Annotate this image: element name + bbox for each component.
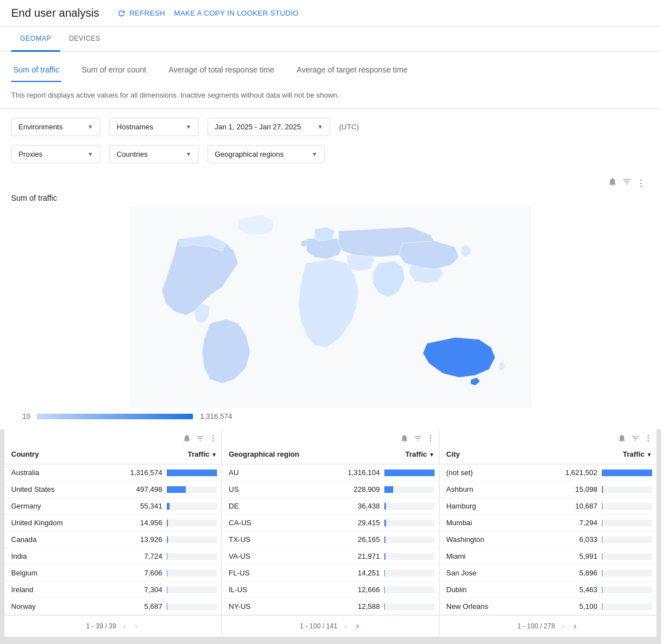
traffic-bar [384, 587, 385, 593]
traffic-bar [602, 503, 602, 510]
traffic-bar-wrap [384, 469, 435, 476]
tab-devices[interactable]: DEVICES [60, 27, 109, 52]
row-name: Mumbai [440, 515, 516, 531]
traffic-bar [384, 536, 385, 543]
row-traffic-value: 12,588 [358, 602, 380, 611]
geo-bell-icon[interactable] [400, 434, 409, 444]
row-traffic-value: 7,304 [144, 585, 162, 594]
countries-prev-btn[interactable]: ‹ [120, 620, 128, 632]
countries-more-icon[interactable]: ⋮ [209, 434, 217, 444]
cities-filter-icon[interactable] [631, 434, 640, 444]
table-row: Miami5,991 [440, 548, 657, 565]
traffic-bar-wrap [384, 587, 435, 593]
cities-bell-icon[interactable] [617, 434, 626, 444]
subtab-avg-target[interactable]: Average of target response time [295, 61, 410, 82]
row-traffic-value: 6,033 [579, 535, 597, 544]
row-traffic: 21,971 [321, 548, 439, 565]
row-traffic-value: 497,498 [136, 485, 162, 493]
countries-pagination: 1 - 39 / 39 ‹ › [4, 615, 221, 637]
countries-bell-icon[interactable] [182, 434, 191, 444]
traffic-bar [602, 603, 602, 610]
map-svg [11, 207, 650, 408]
traffic-bar-wrap [167, 520, 217, 526]
row-traffic: 1,316,574 [89, 464, 221, 481]
table-row: (not set)1,621,502 [440, 464, 657, 481]
geo-region-col-header: Geographical region [222, 444, 321, 464]
traffic-bar [167, 486, 186, 493]
traffic-bar-wrap [384, 520, 435, 526]
traffic-col-header[interactable]: Traffic ▼ [89, 444, 221, 464]
traffic-bar-wrap [167, 503, 217, 510]
row-traffic-value: 7,294 [579, 519, 597, 527]
row-name: AU [222, 464, 321, 481]
geo-prev-btn[interactable]: ‹ [342, 620, 349, 632]
geo-filter-icon[interactable] [413, 434, 422, 444]
world-map[interactable] [11, 207, 650, 408]
table-row: DE36,438 [222, 498, 439, 515]
row-traffic: 36,438 [321, 498, 439, 515]
row-traffic-value: 5,463 [579, 585, 597, 594]
bottom-tables: ⋮ Country Traffic ▼ Australia1,316,574Un… [0, 429, 661, 644]
scale-min: 10 [22, 412, 30, 420]
row-traffic: 497,498 [89, 481, 221, 498]
cities-next-btn[interactable]: › [571, 620, 578, 632]
refresh-button[interactable]: REFRESH [117, 9, 165, 18]
traffic-bar [167, 520, 168, 526]
geo-next-btn[interactable]: › [354, 620, 361, 632]
subtab-avg-total[interactable]: Average of total response time [166, 61, 277, 82]
row-name: Norway [4, 598, 89, 615]
countries-filter-icon[interactable] [196, 434, 205, 444]
row-name: VA-US [222, 548, 321, 565]
traffic-bar-wrap [167, 536, 217, 543]
row-traffic-value: 5,991 [579, 552, 597, 560]
row-name: Miami [440, 548, 516, 565]
table-row: CA-US29,415 [222, 515, 439, 531]
row-name: Washington [440, 531, 516, 548]
row-traffic: 6,033 [516, 531, 657, 548]
map-bell-icon[interactable] [607, 177, 617, 189]
table-row: San Jose5,896 [440, 565, 657, 582]
row-name: Dublin [440, 582, 516, 598]
row-traffic-value: 14,956 [140, 519, 162, 527]
city-traffic-col-header[interactable]: Traffic ▼ [516, 444, 657, 464]
table-row: Canada13,926 [4, 531, 221, 548]
traffic-bar-wrap [167, 570, 217, 577]
tab-geomap[interactable]: GEOMAP [11, 27, 60, 52]
row-traffic-value: 1,316,574 [130, 468, 162, 477]
date-range-filter[interactable]: Jan 1, 2025 - Jan 27, 2025 ▼ [208, 118, 330, 136]
proxies-filter[interactable]: Proxies ▼ [11, 145, 100, 163]
row-name: United States [4, 481, 89, 498]
geo-traffic-col-header[interactable]: Traffic ▼ [321, 444, 439, 464]
environments-filter[interactable]: Environments ▼ [11, 118, 100, 136]
subtab-sum-error[interactable]: Sum of error count [79, 61, 148, 82]
map-more-icon[interactable]: ⋮ [636, 178, 645, 188]
geo-regions-arrow: ▼ [312, 151, 317, 157]
table-row: Germany55,341 [4, 498, 221, 515]
cities-prev-btn[interactable]: ‹ [559, 620, 567, 632]
countries-label: Countries [117, 150, 148, 158]
subtab-sum-traffic[interactable]: Sum of traffic [11, 61, 61, 82]
cities-more-icon[interactable]: ⋮ [644, 434, 652, 444]
proxies-arrow: ▼ [88, 151, 93, 157]
traffic-bar-wrap [167, 469, 217, 476]
geo-more-icon[interactable]: ⋮ [427, 434, 435, 444]
hostnames-filter[interactable]: Hostnames ▼ [109, 118, 199, 136]
map-actions: ⋮ [11, 177, 650, 191]
row-traffic-value: 228,909 [354, 485, 380, 493]
traffic-bar [602, 486, 603, 493]
row-traffic-value: 14,251 [358, 569, 380, 577]
countries-filter[interactable]: Countries ▼ [109, 145, 199, 163]
refresh-label: REFRESH [129, 9, 165, 17]
row-traffic-value: 1,316,104 [348, 468, 380, 477]
map-filter-icon[interactable] [622, 177, 632, 189]
geo-regions-table: Geographical region Traffic ▼ AU1,316,10… [222, 444, 439, 615]
traffic-bar-wrap [602, 536, 652, 543]
date-range-label: Jan 1, 2025 - Jan 27, 2025 [215, 123, 301, 131]
copy-looker-button[interactable]: MAKE A COPY IN LOOKER STUDIO [174, 9, 298, 17]
row-name: CA-US [222, 515, 321, 531]
row-traffic-value: 21,971 [358, 552, 380, 560]
row-name: NY-US [222, 598, 321, 615]
geo-regions-filter[interactable]: Geographical regions ▼ [208, 145, 325, 163]
countries-next-btn[interactable]: › [133, 620, 140, 632]
traffic-bar [167, 587, 167, 593]
